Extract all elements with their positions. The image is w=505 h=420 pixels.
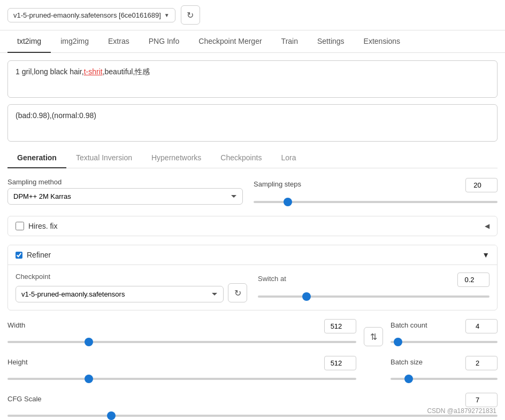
refiner-checkbox[interactable]	[16, 252, 22, 259]
positive-prompt-box[interactable]: 1 gril,long black hair,t-shrit,beautiful…	[7, 60, 498, 98]
sub-tabs-section: Generation Textual Inversion Hypernetwor…	[7, 148, 498, 420]
hires-fix-checkbox-row: Hires. fix	[16, 222, 57, 230]
hires-fix-checkbox[interactable]	[16, 222, 24, 230]
refiner-body: Checkpoint v1-5-pruned-emaonly.safetenso…	[8, 265, 497, 310]
width-slider-wrap	[7, 337, 356, 347]
height-slider-wrap	[7, 374, 356, 384]
tab-settings[interactable]: Settings	[308, 30, 354, 53]
refiner-checkpoint-col: v1-5-pruned-emaonly.safetensors ↻	[16, 283, 247, 302]
swap-dimensions-button[interactable]: ⇅	[364, 327, 383, 346]
refiner-switch-input[interactable]	[457, 273, 489, 287]
sub-tab-textual-inversion[interactable]: Textual Inversion	[66, 148, 142, 168]
model-dropdown-arrow: ▼	[164, 12, 170, 18]
sub-tab-generation[interactable]: Generation	[7, 148, 66, 168]
cfg-scale-slider-wrap	[7, 410, 498, 420]
width-col: Width	[7, 319, 356, 347]
height-col: Height	[7, 356, 356, 384]
refiner-refresh-button[interactable]: ↻	[228, 283, 247, 302]
watermark: CSDN @a18792721831	[427, 407, 496, 415]
controls-panel: Sampling method DPM++ 2M Karras Euler a …	[7, 178, 498, 420]
content-area: 1 gril,long black hair,t-shrit,beautiful…	[0, 53, 505, 420]
tab-img2img[interactable]: img2img	[51, 30, 98, 53]
sampling-method-label: Sampling method	[7, 178, 243, 186]
hires-collapse-arrow: ◀	[485, 222, 489, 230]
tab-txt2img[interactable]: txt2img	[7, 30, 51, 53]
tab-png-info[interactable]: PNG Info	[139, 30, 189, 53]
negative-prompt-text: (bad:0.98),(normal:0.98)	[16, 111, 96, 120]
batch-size-slider-wrap	[391, 374, 498, 384]
refiner-switch-slider-wrap	[258, 291, 489, 302]
sampling-steps-input[interactable]	[465, 178, 498, 192]
refiner-refresh-icon: ↻	[234, 288, 241, 298]
batch-size-col: Batch size	[391, 356, 498, 384]
sampling-method-select[interactable]: DPM++ 2M Karras Euler a DDIM	[7, 188, 243, 205]
sampling-steps-col: Sampling steps	[254, 178, 498, 207]
height-input[interactable]	[324, 356, 356, 370]
refiner-checkpoint-section: Checkpoint v1-5-pruned-emaonly.safetenso…	[16, 273, 247, 302]
refiner-switch-col: Switch at	[258, 273, 489, 302]
model-name: v1-5-pruned-emaonly.safetensors [6ce0161…	[13, 11, 161, 19]
batch-count-col: Batch count	[391, 319, 498, 347]
sub-tab-hypernetworks[interactable]: Hypernetworks	[142, 148, 211, 168]
height-batchsize-row: Height Batch size	[7, 356, 498, 384]
batch-size-input[interactable]	[465, 356, 498, 370]
refiner-row: Checkpoint v1-5-pruned-emaonly.safetenso…	[16, 273, 489, 302]
width-label: Width	[7, 321, 25, 329]
sampling-steps-slider-wrap	[254, 197, 498, 207]
width-batch-row: Width ⇅ Batch count	[7, 319, 498, 347]
cfg-scale-input[interactable]	[465, 393, 498, 407]
sampling-steps-slider[interactable]	[254, 201, 498, 203]
sub-tab-lora[interactable]: Lora	[271, 148, 305, 168]
hires-fix-label: Hires. fix	[28, 222, 57, 230]
batch-size-slider[interactable]	[391, 378, 498, 380]
refiner-collapse-arrow: ▼	[482, 251, 489, 259]
tab-extensions[interactable]: Extensions	[354, 30, 410, 53]
height-slider[interactable]	[7, 378, 356, 380]
refiner-switch-label: Switch at	[258, 275, 286, 283]
height-label: Height	[7, 358, 28, 366]
batch-count-slider-wrap	[391, 337, 498, 347]
sampling-row: Sampling method DPM++ 2M Karras Euler a …	[7, 178, 498, 207]
tab-extras[interactable]: Extras	[98, 30, 139, 53]
width-input[interactable]	[324, 319, 356, 333]
batch-size-label: Batch size	[391, 358, 423, 366]
hires-fix-row: Hires. fix ◀	[7, 216, 498, 236]
sampling-steps-label: Sampling steps	[254, 180, 301, 188]
batch-count-label: Batch count	[391, 321, 427, 329]
cfg-scale-row: CFG Scale	[7, 393, 498, 420]
width-slider[interactable]	[7, 341, 356, 343]
model-selector[interactable]: v1-5-pruned-emaonly.safetensors [6ce0161…	[7, 8, 175, 22]
tab-train[interactable]: Train	[272, 30, 308, 53]
refiner-header-left: Refiner	[16, 251, 51, 259]
cfg-scale-label: CFG Scale	[7, 395, 42, 403]
top-bar: v1-5-pruned-emaonly.safetensors [6ce0161…	[0, 0, 505, 30]
refiner-switch-slider[interactable]	[258, 295, 489, 298]
sub-tabs: Generation Textual Inversion Hypernetwor…	[7, 148, 498, 168]
negative-prompt-box[interactable]: (bad:0.98),(normal:0.98)	[7, 104, 498, 142]
sampling-method-col: Sampling method DPM++ 2M Karras Euler a …	[7, 178, 243, 205]
batch-count-input[interactable]	[465, 319, 498, 333]
refiner-checkpoint-label: Checkpoint	[16, 273, 247, 281]
batch-count-slider[interactable]	[391, 341, 498, 343]
cfg-scale-slider[interactable]	[7, 415, 498, 417]
refiner-header[interactable]: Refiner ▼	[8, 245, 497, 265]
refresh-icon: ↻	[187, 10, 194, 20]
refiner-section: Refiner ▼ Checkpoint v1-5-pruned-emaonly…	[7, 245, 498, 310]
main-tabs: txt2img img2img Extras PNG Info Checkpoi…	[0, 30, 505, 53]
sub-tab-checkpoints[interactable]: Checkpoints	[211, 148, 271, 168]
tab-checkpoint-merger[interactable]: Checkpoint Merger	[189, 30, 271, 53]
refiner-label: Refiner	[27, 251, 51, 259]
refiner-checkpoint-select[interactable]: v1-5-pruned-emaonly.safetensors	[16, 286, 224, 302]
refresh-button[interactable]: ↻	[181, 5, 200, 25]
positive-prompt-text: 1 gril,long black hair,t-shrit,beautiful…	[16, 67, 150, 76]
